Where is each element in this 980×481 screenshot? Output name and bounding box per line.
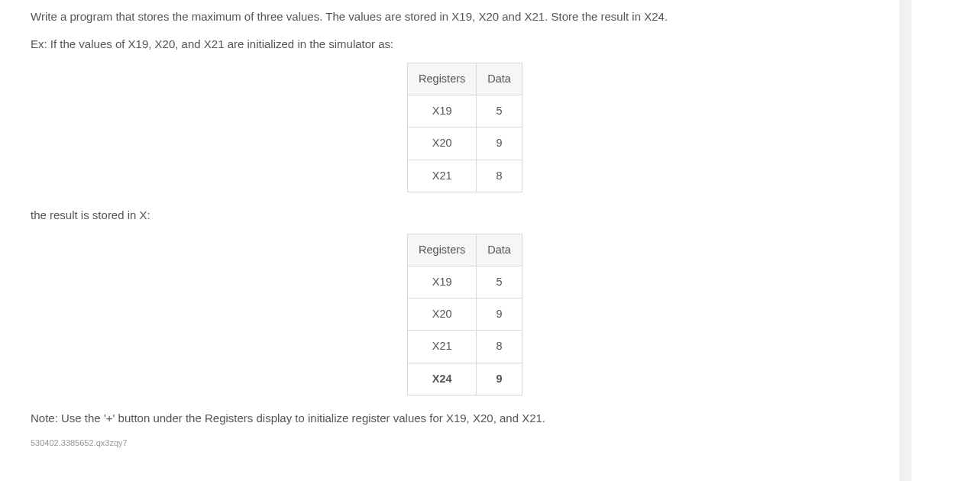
register-cell: X20 [408, 128, 477, 160]
table-row: X218 [408, 160, 522, 192]
data-cell: 8 [477, 160, 522, 192]
content-area: Write a program that stores the maximum … [0, 0, 899, 481]
example-lead: Ex: If the values of X19, X20, and X21 a… [31, 35, 899, 53]
data-cell: 9 [477, 128, 522, 160]
vertical-scrollbar[interactable] [899, 0, 911, 481]
table-row: X195 [408, 95, 522, 128]
table-row: X209 [408, 128, 522, 160]
register-cell: X19 [408, 266, 477, 298]
table-header-registers: Registers [408, 234, 477, 266]
table-header-data: Data [477, 234, 522, 266]
register-cell: X21 [408, 331, 477, 363]
result-lead: the result is stored in X: [31, 206, 899, 224]
register-cell: X24 [408, 363, 477, 395]
footer-code: 530402.3385652.qx3zqy7 [31, 437, 899, 450]
table-row: X249 [408, 363, 522, 395]
data-cell: 5 [477, 266, 522, 298]
intro-paragraph: Write a program that stores the maximum … [31, 8, 899, 26]
register-cell: X20 [408, 299, 477, 331]
data-cell: 8 [477, 331, 522, 363]
data-cell: 5 [477, 95, 522, 128]
data-cell: 9 [477, 363, 522, 395]
table-row: X195 [408, 266, 522, 298]
result-registers-table: Registers Data X195X209X218X249 [407, 234, 522, 395]
input-table-wrap: Registers Data X195X209X218 [31, 63, 899, 192]
result-table-body: X195X209X218X249 [408, 266, 522, 395]
note-paragraph: Note: Use the '+' button under the Regis… [31, 409, 899, 428]
table-header-data: Data [477, 63, 522, 95]
table-header-registers: Registers [408, 63, 477, 95]
register-cell: X21 [408, 160, 477, 192]
data-cell: 9 [477, 299, 522, 331]
input-registers-table: Registers Data X195X209X218 [407, 63, 522, 192]
table-row: X209 [408, 299, 522, 331]
table-row: X218 [408, 331, 522, 363]
result-table-wrap: Registers Data X195X209X218X249 [31, 234, 899, 395]
right-gutter [911, 0, 980, 481]
register-cell: X19 [408, 95, 477, 128]
input-table-body: X195X209X218 [408, 95, 522, 192]
